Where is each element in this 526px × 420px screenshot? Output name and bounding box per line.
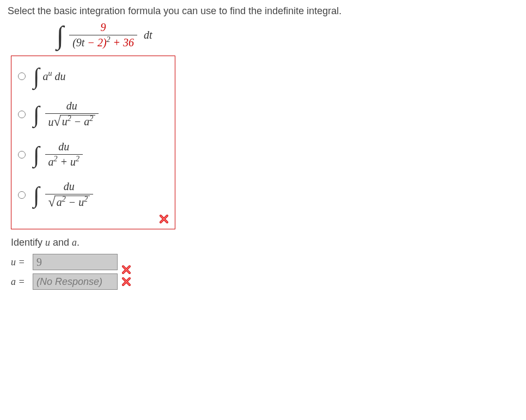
option-2-radio[interactable] (18, 111, 26, 118)
a-label: a = (11, 276, 33, 288)
option-1-radio[interactable] (18, 72, 26, 80)
option-3[interactable]: ∫ du a2 + u2 (15, 141, 172, 168)
u-label: u = (11, 257, 33, 268)
options-group: ∫ au du ∫ du u√u2 − a2 ∫ du a2 + u2 (11, 56, 175, 229)
main-integral: ∫ 9 (9t − 2)2 + 36 dt (57, 21, 518, 49)
integral-numerator: 9 (97, 21, 109, 35)
option-2[interactable]: ∫ du u√u2 − a2 (15, 100, 172, 129)
integral-fraction: 9 (9t − 2)2 + 36 (69, 21, 137, 49)
integral-denominator: (9t − 2)2 + 36 (69, 35, 137, 49)
integral-symbol: ∫ (57, 22, 64, 48)
option-3-expr: du a2 + u2 (45, 141, 83, 168)
incorrect-icon (121, 276, 132, 287)
integral-symbol: ∫ (33, 184, 40, 206)
u-answer-row: u = (11, 254, 518, 270)
a-input[interactable] (33, 273, 118, 290)
question-prompt: Select the basic integration formula you… (8, 5, 518, 17)
option-4-expr: du √a2 − u2 (45, 180, 94, 209)
integral-symbol: ∫ (33, 65, 40, 88)
a-answer-row: a = (11, 273, 518, 290)
integral-dt: dt (144, 29, 152, 41)
u-input[interactable] (33, 254, 118, 270)
identify-prompt: Identify u and a. (11, 237, 518, 248)
option-4-radio[interactable] (18, 191, 26, 199)
option-3-radio[interactable] (18, 151, 26, 159)
incorrect-icon (158, 214, 169, 224)
incorrect-icon (121, 264, 132, 275)
option-1[interactable]: ∫ au du (15, 65, 172, 88)
option-2-expr: du u√u2 − a2 (45, 100, 99, 129)
option-1-expr: au du (43, 70, 66, 83)
integral-symbol: ∫ (33, 103, 40, 126)
option-4[interactable]: ∫ du √a2 − u2 (15, 180, 172, 209)
integral-symbol: ∫ (33, 143, 40, 166)
